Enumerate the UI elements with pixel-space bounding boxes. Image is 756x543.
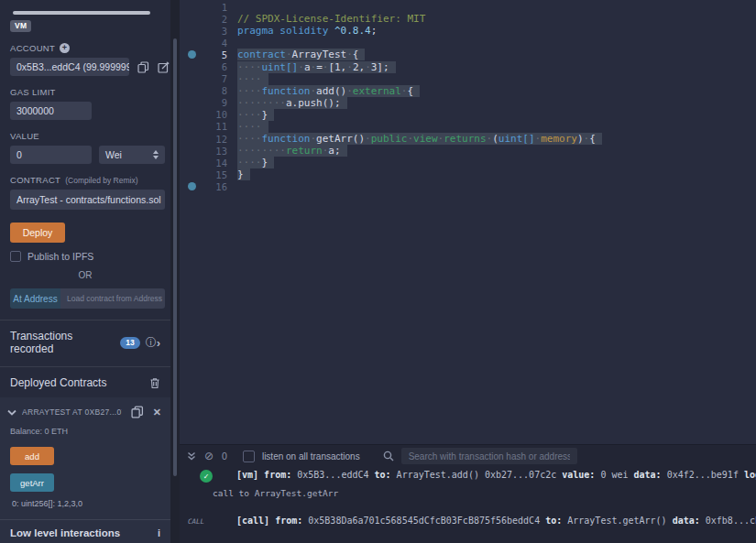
getarr-function-button[interactable]: getArr [10, 473, 54, 492]
contract-select[interactable]: ArrayTest - contracts/functions.sol [10, 190, 165, 210]
main-column: 12// SPDX-License-Identifier: MIT3pragma… [180, 0, 756, 543]
lowlevel-info-icon[interactable]: i [158, 527, 160, 538]
terminal-row[interactable]: CALL[call] from: 0x5B38Da6a701c568545dCf… [180, 516, 756, 526]
line-number: 6 [203, 61, 237, 72]
code-line[interactable]: 7···· [180, 73, 756, 85]
line-number: 9 [203, 97, 237, 108]
lowlevel-label: Low level interactions [10, 527, 120, 538]
deployed-contract-card: ARRAYTEST AT 0XB27...07C2C (ME ✕ Balance… [0, 397, 170, 543]
copy-address-icon[interactable] [131, 406, 144, 418]
contract-instance-title: ARRAYTEST AT 0XB27...07C2C (ME [22, 407, 122, 417]
code-text: } [237, 168, 250, 180]
code-text: pragma solidity ^0.8.4; [237, 25, 377, 37]
terminal-search-input[interactable] [401, 448, 577, 464]
call-label: CALL [188, 517, 204, 526]
transaction-summary: [call] from: 0x5B38Da6a701c568545dCfcB03… [236, 516, 756, 526]
code-text: contract·ArrayTest·{ [237, 49, 365, 60]
copy-account-icon[interactable] [137, 61, 149, 73]
terminal-note: call to ArrayTest.getArr [213, 488, 756, 498]
deploy-button[interactable]: Deploy [10, 223, 65, 243]
contract-label-row: CONTRACT (Compiled by Remix) [10, 175, 170, 185]
value-input[interactable]: 0 [10, 146, 92, 164]
select-stepper-icon [153, 150, 159, 159]
contract-value: ArrayTest - contracts/functions.sol [16, 194, 161, 205]
panel-scrollbar[interactable] [170, 0, 180, 543]
chevron-right-icon[interactable]: › [157, 336, 160, 350]
line-number: 10 [203, 109, 237, 120]
breakpoint-margin[interactable] [180, 182, 203, 190]
contract-balance: Balance: 0 ETH [10, 427, 170, 436]
collapse-terminal-icon[interactable] [187, 451, 196, 461]
search-icon [383, 451, 394, 462]
listen-all-checkbox[interactable] [243, 451, 255, 462]
chevron-down-icon[interactable] [7, 409, 16, 416]
code-line[interactable]: 15} [180, 168, 756, 180]
breakpoint-margin[interactable] [180, 50, 203, 59]
transactions-recorded-row[interactable]: Transactions recorded 13 ⓘ › [0, 320, 170, 355]
code-text: ········return·a; [237, 145, 347, 157]
code-line[interactable]: 12····function·getArr()·public·view·retu… [180, 133, 756, 145]
gas-limit-input[interactable]: 3000000 [10, 102, 92, 120]
publish-ipfs-label: Publish to IPFS [27, 251, 93, 262]
publish-ipfs-checkbox[interactable] [10, 251, 21, 262]
account-value: 0x5B3...eddC4 (99.9999999 [16, 61, 129, 72]
code-line[interactable]: 1 [180, 1, 756, 13]
code-editor[interactable]: 12// SPDX-License-Identifier: MIT3pragma… [180, 0, 756, 444]
code-text: ····function·add()·external·{ [237, 85, 420, 97]
breakpoint-icon[interactable] [188, 182, 196, 190]
terminal-log: ✓[vm] from: 0x5B3...eddC4 to: ArrayTest.… [180, 470, 756, 526]
code-line[interactable]: 14····} [180, 157, 756, 168]
code-line[interactable]: 9········a.push(); [180, 97, 756, 109]
add-account-icon[interactable]: + [60, 43, 70, 53]
account-select[interactable]: 0x5B3...eddC4 (99.9999999 [10, 58, 129, 76]
code-text: ····} [237, 109, 274, 121]
deploy-run-panel: VM ACCOUNT + 0x5B3...eddC4 (99.9999999 G… [0, 0, 170, 543]
pending-count: 0 [222, 451, 227, 462]
code-line[interactable]: 5contract·ArrayTest·{ [180, 49, 756, 60]
gas-limit-value: 3000000 [16, 105, 54, 116]
line-number: 11 [203, 121, 237, 132]
account-label-row: ACCOUNT + [10, 43, 170, 53]
line-number: 12 [203, 134, 237, 145]
code-line[interactable]: 10····} [180, 109, 756, 121]
code-line[interactable]: 8····function·add()·external·{ [180, 85, 756, 97]
code-line[interactable]: 16 [180, 180, 756, 192]
line-number: 2 [203, 14, 237, 25]
contract-sublabel: (Compiled by Remix) [65, 176, 137, 185]
deployed-contracts-header: Deployed Contracts [0, 367, 170, 389]
add-function-button[interactable]: add [10, 447, 54, 465]
success-check-icon: ✓ [200, 470, 213, 483]
panel-slider[interactable] [13, 11, 150, 15]
line-number: 13 [203, 146, 237, 157]
getarr-output: 0: uint256[]: 1,2,3,0 [12, 499, 170, 508]
clear-terminal-icon[interactable]: ⊘ [204, 450, 214, 462]
at-address-placeholder: Load contract from Address [67, 294, 162, 303]
at-address-button[interactable]: At Address [10, 288, 60, 309]
value-label: VALUE [10, 131, 170, 141]
scrollbar-thumb[interactable] [173, 38, 177, 476]
value-unit-select[interactable]: Wei [99, 146, 165, 164]
code-line[interactable]: 3pragma solidity ^0.8.4; [180, 25, 756, 37]
transaction-summary: [vm] from: 0x5B3...eddC4 to: ArrayTest.a… [236, 470, 756, 480]
trash-icon[interactable] [149, 377, 160, 389]
line-number: 14 [203, 157, 237, 168]
line-number: 8 [203, 85, 237, 96]
code-line[interactable]: 6····uint[]·a·=·[1,·2,·3]; [180, 60, 756, 72]
edit-account-icon[interactable] [158, 61, 170, 73]
terminal-row[interactable]: ✓[vm] from: 0x5B3...eddC4 to: ArrayTest.… [180, 470, 756, 483]
transactions-count-badge: 13 [120, 337, 139, 349]
close-instance-icon[interactable]: ✕ [153, 407, 161, 418]
info-icon[interactable]: ⓘ [146, 337, 157, 348]
account-label: ACCOUNT [10, 43, 55, 53]
code-line[interactable]: 13········return·a; [180, 145, 756, 157]
contract-label: CONTRACT [10, 175, 60, 185]
code-line[interactable]: 2// SPDX-License-Identifier: MIT [180, 13, 756, 25]
code-text: ····uint[]·a·=·[1,·2,·3]; [237, 61, 396, 73]
terminal: ⊘ 0 listen on all transactions ✓[vm] fro… [180, 444, 756, 543]
at-address-input[interactable]: Load contract from Address [60, 288, 165, 309]
breakpoint-icon[interactable] [188, 50, 196, 59]
code-line[interactable]: 11···· [180, 121, 756, 133]
line-number: 4 [203, 38, 237, 49]
code-line[interactable]: 4 [180, 37, 756, 49]
contract-instance-header[interactable]: ARRAYTEST AT 0XB27...07C2C (ME ✕ [0, 397, 170, 418]
